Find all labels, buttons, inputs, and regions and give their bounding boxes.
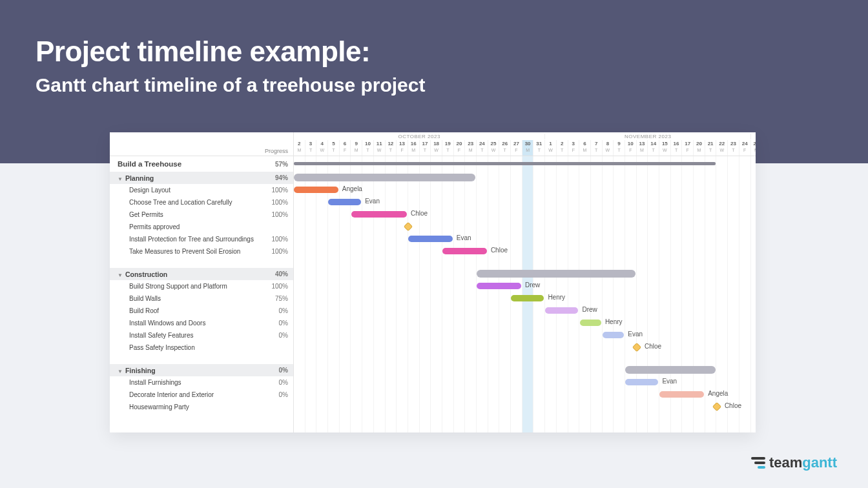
task-row[interactable]: Permits approved [110,221,293,233]
day-header: 18W [431,140,442,156]
task-bar[interactable] [511,295,544,301]
assignee-label: Angela [708,390,728,397]
day-header: 31T [533,140,545,156]
task-row[interactable]: Get Permits100% [110,208,293,221]
task-bar[interactable] [351,211,408,218]
task-progress: 0% [265,307,288,314]
day-header: 3F [568,140,580,156]
day-header: 1W [545,140,557,156]
task-row[interactable]: Install Furnishings0% [110,376,293,389]
day-header: 27F [511,140,522,156]
day-header: 6M [579,140,591,156]
task-progress: 94% [265,174,288,181]
task-progress: 100% [265,199,288,206]
collapse-icon[interactable]: ▼ [118,369,123,374]
task-row[interactable]: Design Layout100% [110,184,293,196]
day-header: 16T [671,140,683,156]
task-bar[interactable] [442,248,487,254]
task-progress: 75% [265,295,288,302]
day-header-row: 2M3T4W5T6F9M10T11W12T13F16M17T18W19T20F2… [294,140,756,156]
day-header: 13F [397,140,408,156]
collapse-icon[interactable]: ▼ [118,272,123,278]
task-name: Construction [125,270,167,278]
group-row[interactable]: ▼Finishing0% [110,364,293,376]
day-header: 17F [682,140,694,156]
day-header: 23M [465,140,477,156]
task-progress: 57% [265,161,288,168]
task-row[interactable]: Build Roof0% [110,305,293,317]
assignee-label: Evan [662,378,677,385]
milestone-icon[interactable] [632,343,641,352]
day-header: 2M [294,140,305,156]
task-bar[interactable] [625,379,658,385]
task-row[interactable]: Decorate Interior and Exterior0% [110,389,293,401]
assignee-label: Chloe [645,343,661,350]
day-header: 7T [591,140,603,156]
group-summary-bar [294,174,475,181]
group-summary-bar [625,366,716,374]
assignee-label: Henry [605,318,623,325]
task-name: Build Walls [129,295,161,302]
task-row[interactable]: Take Measures to Prevent Soil Erosion100… [110,245,293,258]
task-name: Design Layout [129,187,170,194]
task-row[interactable]: Install Windows and Doors0% [110,317,293,329]
logo-text: teamgantt [769,454,837,471]
task-bar[interactable] [408,236,453,242]
day-header: 22W [716,140,728,156]
task-bar[interactable] [545,307,578,314]
task-progress: 100% [265,248,288,255]
task-progress: 40% [265,270,288,278]
group-row[interactable]: ▼Planning94% [110,172,293,184]
day-header: 20F [454,140,466,156]
task-bar[interactable] [580,320,601,326]
day-header: 5T [328,140,340,156]
task-name: Permits approved [129,223,180,230]
milestone-icon[interactable] [712,402,721,411]
task-row[interactable]: Build Strong Support and Platform100% [110,280,293,292]
task-name: Install Safety Features [129,332,194,339]
day-header: 25W [488,140,500,156]
collapse-icon[interactable]: ▼ [118,176,123,182]
task-progress: 0% [265,332,288,339]
day-header: 21T [705,140,717,156]
gantt-chart: Progress OCTOBER 2023NOVEMBER 2023 2M3T4… [110,132,756,432]
day-header: 24T [477,140,488,156]
task-row[interactable]: Choose Tree and Location Carefully100% [110,196,293,208]
task-name: Install Windows and Doors [129,320,205,327]
slide-subtitle: Gantt chart timeline of a treehouse proj… [36,74,832,96]
day-header: 26T [499,140,511,156]
task-row[interactable]: Install Protection for Tree and Surround… [110,233,293,245]
task-bar[interactable] [328,199,361,205]
assignee-label: Drew [583,306,597,313]
task-row[interactable]: Pass Safety Inspection [110,341,293,354]
assignee-label: Chloe [725,402,741,409]
project-row: Build a Treehouse57% [110,156,293,172]
slide-title: Project timeline example: [36,36,832,68]
task-row[interactable]: Housewarming Party [110,401,293,413]
day-header: 24F [739,140,751,156]
assignee-label: Evan [457,234,471,241]
day-header: 10T [362,140,374,156]
day-header: 3T [305,140,317,156]
group-row[interactable]: ▼Construction40% [110,268,293,280]
task-row[interactable]: Install Safety Features0% [110,329,293,341]
day-header: 14T [648,140,659,156]
timeline-panel: AngelaEvanChloeEvanChloeDrewHenryDrewHen… [294,156,756,432]
day-header: 20M [694,140,705,156]
day-header: 9T [614,140,625,156]
assignee-label: Drew [525,281,540,289]
task-progress: 100% [265,187,288,194]
task-row[interactable]: Build Walls75% [110,292,293,305]
task-bar[interactable] [477,283,521,289]
assignee-label: Chloe [491,247,508,254]
day-header: 30M [522,140,534,156]
group-summary-bar [477,270,636,278]
assignee-label: Evan [628,330,643,338]
task-bar[interactable] [603,332,624,338]
day-header: 4W [316,140,328,156]
task-bar[interactable] [659,391,704,398]
progress-column-header: Progress [110,132,294,156]
milestone-icon[interactable] [404,222,413,231]
month-header: OCTOBER 2023 [294,134,545,139]
task-bar[interactable] [294,187,338,193]
